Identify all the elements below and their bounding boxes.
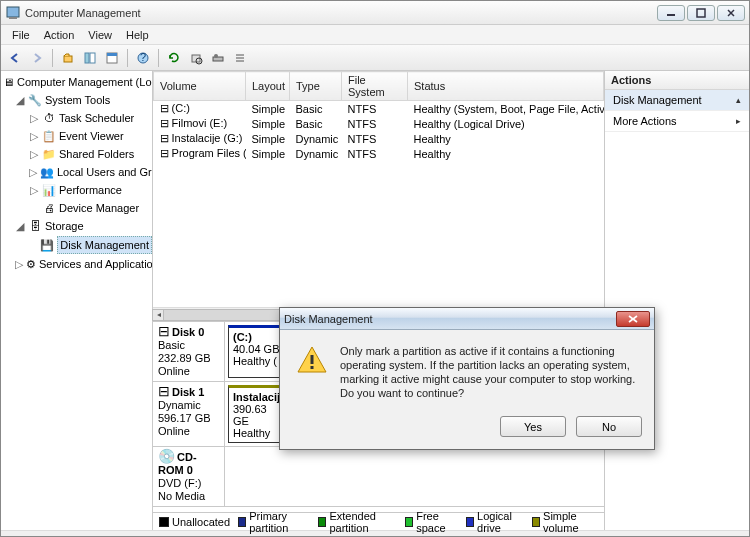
button-label: No [602,421,616,433]
modal-overlay: Disk Management Only mark a partition as… [1,1,749,536]
dialog-message: Only mark a partition as active if it co… [340,344,638,400]
yes-button[interactable]: Yes [500,416,566,437]
warning-icon [296,344,328,376]
confirmation-dialog: Disk Management Only mark a partition as… [279,307,655,450]
svg-rect-22 [311,355,314,364]
dialog-titlebar[interactable]: Disk Management [280,308,654,330]
button-label: Yes [524,421,542,433]
svg-rect-23 [311,366,314,369]
no-button[interactable]: No [576,416,642,437]
dialog-title: Disk Management [284,313,373,325]
dialog-close-button[interactable] [616,311,650,327]
